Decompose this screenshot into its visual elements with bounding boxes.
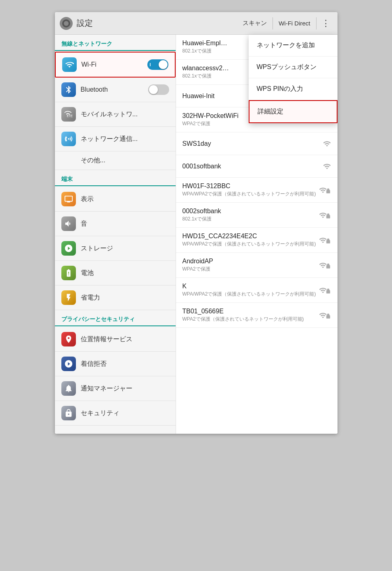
sidebar: 無線とネットワーク Wi-Fi I	[55, 35, 176, 434]
sidebar-item-sound[interactable]: 音	[55, 212, 176, 236]
bluetooth-icon	[61, 82, 76, 97]
wifi-network-list: Huawei-Empl… 802.1xで保護 wlanaccessv2… 802…	[176, 35, 337, 434]
menu-item-advanced[interactable]: 詳細設定	[249, 100, 337, 123]
location-icon	[61, 332, 76, 346]
reject-label: 着信拒否	[81, 360, 107, 368]
notify-icon	[61, 381, 76, 396]
notify-label: 通知マネージャー	[81, 384, 132, 393]
wifi-sub: WPA2で保護	[182, 120, 239, 127]
wifi-name: HWD15_CCA2234E4E2C	[182, 233, 316, 240]
location-label: 位置情報サービス	[81, 335, 132, 344]
svg-rect-6	[71, 23, 73, 24]
header-divider	[273, 17, 273, 29]
wifi-name: 0002softbank	[182, 208, 221, 215]
wifi-label: Wi-Fi	[82, 61, 96, 68]
wifi-name: AndroidAP	[182, 258, 214, 265]
wifi-item-tb01[interactable]: TB01_05669E WPA2で保護（保護されているネットワークが利用可能)	[176, 303, 337, 328]
wifi-item-0002softbank[interactable]: 0002softbank 802.1xで保護	[176, 203, 337, 228]
header-actions: スキャン Wi-Fi Direct ⋮	[239, 16, 333, 31]
wifi-sub: WPA2で保護（保護されているネットワークが利用可能)	[182, 316, 304, 323]
menu-item-add-network[interactable]: ネットワークを追加	[249, 35, 337, 57]
sidebar-item-display[interactable]: 表示	[55, 187, 176, 212]
wifi-toggle-switch[interactable]: I	[147, 59, 168, 70]
wifi-icon	[62, 57, 77, 72]
wifi-name: Huawei-Init	[182, 92, 215, 100]
sidebar-item-notify[interactable]: 通知マネージャー	[55, 376, 176, 401]
wifi-signal-locked-icon	[319, 286, 331, 294]
wifi-name: SWS1day	[182, 140, 211, 147]
wifi-signal-icon	[323, 162, 331, 170]
wifi-item-hwd15[interactable]: HWD15_CCA2234E4E2C WPA/WPA2で保護（保護されているネッ…	[176, 228, 337, 253]
wifi-signal-locked-icon	[319, 261, 331, 269]
network-icon	[61, 132, 76, 146]
sidebar-item-other[interactable]: その他...	[55, 151, 176, 170]
more-options-icon[interactable]: ⋮	[318, 16, 333, 31]
wifi-signal-locked-icon	[319, 236, 331, 244]
network-label: ネットワーク通信...	[81, 135, 138, 143]
sidebar-item-reject[interactable]: 着信拒否	[55, 352, 176, 376]
wifi-name: TB01_05669E	[182, 308, 304, 315]
svg-point-12	[68, 138, 69, 140]
reject-icon	[61, 357, 76, 371]
wifi-item-k[interactable]: K WPA/WPA2で保護（保護されているネットワークが利用可能)	[176, 278, 337, 303]
wifi-item-androidap[interactable]: AndroidAP WPA2で保護	[176, 253, 337, 278]
wifi-name: 302HW-PocketWiFi	[182, 112, 239, 120]
wifi-sub: 802.1xで保護	[182, 73, 229, 80]
wifi-sub: 802.1xで保護	[182, 216, 221, 223]
power-label: 省電力	[81, 294, 100, 302]
wifi-signal-locked-icon	[319, 186, 331, 194]
wifi-signal-locked-icon	[319, 211, 331, 219]
sidebar-item-network[interactable]: ネットワーク通信...	[55, 127, 176, 151]
security-icon	[61, 406, 76, 420]
dropdown-menu: ネットワークを追加 WPSプッシュボタン WPS PINの入力 詳細設定	[249, 35, 337, 123]
wifi-name: Huawei-Empl…	[182, 40, 227, 47]
security-label: セキュリティ	[81, 409, 119, 418]
wifi-sub: 802.1xで保護	[182, 48, 227, 55]
wifi-signal-icon	[323, 140, 331, 148]
bluetooth-label: Bluetooth	[81, 86, 108, 93]
battery-icon	[61, 266, 76, 280]
sidebar-item-battery[interactable]: 電池	[55, 261, 176, 286]
wifi-sub: WPA/WPA2で保護（保護されているネットワークが利用可能)	[182, 241, 316, 248]
content-area: 無線とネットワーク Wi-Fi I	[55, 35, 337, 434]
wifi-item-hw01f[interactable]: HW01F-312BBC WPA/WPA2で保護（保護されているネットワークが利…	[176, 178, 337, 203]
wifi-signal-locked-icon	[319, 311, 331, 319]
storage-label: ストレージ	[81, 244, 113, 253]
menu-item-wps-push[interactable]: WPSプッシュボタン	[249, 57, 337, 78]
wifi-sub: WPA/WPA2で保護（保護されているネットワークが利用可能)	[182, 191, 316, 197]
mobile-label: モバイルネットワ...	[81, 110, 138, 119]
svg-text:LTE: LTE	[67, 114, 73, 118]
bluetooth-toggle[interactable]	[148, 84, 169, 95]
wifi-toggle[interactable]: I	[147, 59, 168, 70]
battery-label: 電池	[81, 269, 94, 277]
sidebar-item-storage[interactable]: ストレージ	[55, 236, 176, 261]
section-privacy: プライバシーとセキュリティ	[55, 310, 176, 326]
wifi-name: K	[182, 283, 316, 290]
settings-gear-icon	[59, 16, 73, 31]
wifi-name: wlanaccessv2…	[182, 65, 229, 72]
sidebar-item-mobile[interactable]: LTE モバイルネットワ...	[55, 102, 176, 127]
svg-rect-4	[65, 28, 67, 30]
wifi-item-sws1day[interactable]: SWS1day	[176, 132, 337, 155]
bluetooth-toggle-switch[interactable]	[148, 84, 169, 95]
wifi-sub: WPA/WPA2で保護（保護されているネットワークが利用可能)	[182, 291, 316, 298]
menu-item-wps-pin[interactable]: WPS PINの入力	[249, 78, 337, 100]
sidebar-item-security[interactable]: セキュリティ	[55, 401, 176, 426]
wifi-item-0001softbank[interactable]: 0001softbank	[176, 155, 337, 178]
sidebar-item-power[interactable]: 省電力	[55, 286, 176, 310]
wifi-name: 0001softbank	[182, 163, 221, 170]
sidebar-item-bluetooth[interactable]: Bluetooth	[55, 78, 176, 102]
sound-label: 音	[81, 220, 87, 228]
sound-icon	[61, 216, 76, 231]
wifi-name: HW01F-312BBC	[182, 183, 316, 190]
section-device: 端末	[55, 170, 176, 186]
section-wireless: 無線とネットワーク	[55, 35, 176, 51]
wifidirect-button[interactable]: Wi-Fi Direct	[275, 17, 314, 29]
wifi-sub: WPA2で保護	[182, 266, 214, 273]
sidebar-item-location[interactable]: 位置情報サービス	[55, 327, 176, 352]
app-header: 設定 スキャン Wi-Fi Direct ⋮	[55, 12, 337, 35]
svg-point-2	[64, 21, 69, 26]
header-title: 設定	[77, 18, 239, 29]
sidebar-item-wifi[interactable]: Wi-Fi I	[55, 52, 176, 78]
scan-button[interactable]: スキャン	[239, 17, 271, 29]
